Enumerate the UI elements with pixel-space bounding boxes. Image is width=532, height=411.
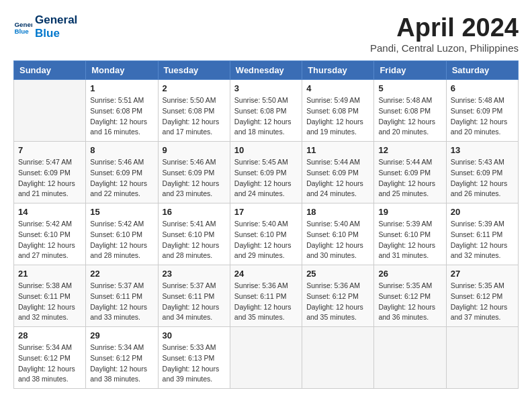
calendar-table: SundayMondayTuesdayWednesdayThursdayFrid… — [13, 60, 519, 389]
day-number: 17 — [234, 207, 298, 217]
calendar-cell — [230, 327, 302, 389]
day-info: Sunrise: 5:41 AMSunset: 6:10 PMDaylight:… — [163, 219, 226, 261]
day-number: 22 — [90, 269, 153, 279]
weekday-header: Monday — [86, 61, 158, 80]
day-number: 15 — [90, 207, 153, 217]
weekday-header: Saturday — [446, 61, 518, 80]
calendar-cell: 7Sunrise: 5:47 AMSunset: 6:09 PMDaylight… — [14, 142, 86, 203]
day-info: Sunrise: 5:35 AMSunset: 6:12 PMDaylight:… — [378, 281, 441, 323]
day-info: Sunrise: 5:34 AMSunset: 6:12 PMDaylight:… — [90, 342, 153, 385]
calendar-header: SundayMondayTuesdayWednesdayThursdayFrid… — [14, 61, 519, 80]
day-number: 26 — [378, 269, 441, 279]
calendar-cell: 1Sunrise: 5:51 AMSunset: 6:08 PMDaylight… — [86, 80, 158, 142]
day-info: Sunrise: 5:39 AMSunset: 6:11 PMDaylight:… — [451, 219, 514, 261]
day-number: 8 — [90, 145, 153, 155]
day-number: 11 — [306, 145, 369, 155]
day-number: 5 — [378, 83, 441, 93]
day-number: 30 — [163, 330, 226, 340]
day-number: 2 — [163, 83, 226, 93]
day-info: Sunrise: 5:48 AMSunset: 6:08 PMDaylight:… — [378, 95, 441, 138]
day-info: Sunrise: 5:42 AMSunset: 6:10 PMDaylight:… — [90, 219, 153, 261]
calendar-cell: 21Sunrise: 5:38 AMSunset: 6:11 PMDayligh… — [14, 265, 86, 327]
day-info: Sunrise: 5:47 AMSunset: 6:09 PMDaylight:… — [18, 157, 81, 199]
day-info: Sunrise: 5:42 AMSunset: 6:10 PMDaylight:… — [18, 219, 81, 261]
day-number: 21 — [18, 269, 81, 279]
day-number: 20 — [451, 207, 514, 217]
calendar-cell: 11Sunrise: 5:44 AMSunset: 6:09 PMDayligh… — [302, 142, 374, 203]
calendar-cell: 2Sunrise: 5:50 AMSunset: 6:08 PMDaylight… — [158, 80, 230, 142]
calendar-cell: 28Sunrise: 5:34 AMSunset: 6:12 PMDayligh… — [14, 327, 86, 389]
calendar-body: 1Sunrise: 5:51 AMSunset: 6:08 PMDaylight… — [14, 80, 519, 389]
day-number: 13 — [451, 145, 514, 155]
calendar-cell: 18Sunrise: 5:40 AMSunset: 6:10 PMDayligh… — [302, 203, 374, 265]
day-info: Sunrise: 5:33 AMSunset: 6:13 PMDaylight:… — [163, 342, 226, 385]
page-header: General Blue General Blue April 2024 Pan… — [13, 13, 519, 54]
calendar-cell: 23Sunrise: 5:37 AMSunset: 6:11 PMDayligh… — [158, 265, 230, 327]
day-info: Sunrise: 5:51 AMSunset: 6:08 PMDaylight:… — [90, 95, 153, 138]
day-info: Sunrise: 5:50 AMSunset: 6:08 PMDaylight:… — [163, 95, 226, 138]
weekday-header: Sunday — [14, 61, 86, 80]
day-info: Sunrise: 5:37 AMSunset: 6:11 PMDaylight:… — [90, 281, 153, 323]
day-info: Sunrise: 5:50 AMSunset: 6:08 PMDaylight:… — [234, 95, 298, 138]
calendar-cell: 13Sunrise: 5:43 AMSunset: 6:09 PMDayligh… — [446, 142, 518, 203]
day-info: Sunrise: 5:46 AMSunset: 6:09 PMDaylight:… — [163, 157, 226, 199]
calendar-cell: 8Sunrise: 5:46 AMSunset: 6:09 PMDaylight… — [86, 142, 158, 203]
day-number: 16 — [163, 207, 226, 217]
day-number: 1 — [90, 83, 153, 93]
day-info: Sunrise: 5:49 AMSunset: 6:08 PMDaylight:… — [306, 95, 369, 138]
day-number: 24 — [234, 269, 298, 279]
calendar-cell: 26Sunrise: 5:35 AMSunset: 6:12 PMDayligh… — [374, 265, 446, 327]
day-info: Sunrise: 5:44 AMSunset: 6:09 PMDaylight:… — [306, 157, 369, 199]
day-number: 14 — [18, 207, 81, 217]
calendar-cell: 5Sunrise: 5:48 AMSunset: 6:08 PMDaylight… — [374, 80, 446, 142]
calendar-cell: 22Sunrise: 5:37 AMSunset: 6:11 PMDayligh… — [86, 265, 158, 327]
calendar-cell: 16Sunrise: 5:41 AMSunset: 6:10 PMDayligh… — [158, 203, 230, 265]
calendar-cell: 15Sunrise: 5:42 AMSunset: 6:10 PMDayligh… — [86, 203, 158, 265]
logo-line2: Blue — [35, 27, 77, 40]
calendar-cell — [446, 327, 518, 389]
day-info: Sunrise: 5:45 AMSunset: 6:09 PMDaylight:… — [234, 157, 298, 199]
day-number: 3 — [234, 83, 298, 93]
day-number: 19 — [378, 207, 441, 217]
calendar-cell: 30Sunrise: 5:33 AMSunset: 6:13 PMDayligh… — [158, 327, 230, 389]
day-number: 7 — [18, 145, 81, 155]
weekday-header: Friday — [374, 61, 446, 80]
calendar-cell: 4Sunrise: 5:49 AMSunset: 6:08 PMDaylight… — [302, 80, 374, 142]
calendar-cell — [14, 80, 86, 142]
day-info: Sunrise: 5:48 AMSunset: 6:09 PMDaylight:… — [451, 95, 514, 138]
day-number: 10 — [234, 145, 298, 155]
day-info: Sunrise: 5:35 AMSunset: 6:12 PMDaylight:… — [451, 281, 514, 323]
calendar-cell: 14Sunrise: 5:42 AMSunset: 6:10 PMDayligh… — [14, 203, 86, 265]
calendar-cell: 29Sunrise: 5:34 AMSunset: 6:12 PMDayligh… — [86, 327, 158, 389]
calendar-cell: 9Sunrise: 5:46 AMSunset: 6:09 PMDaylight… — [158, 142, 230, 203]
calendar-cell — [302, 327, 374, 389]
logo: General Blue General Blue — [13, 13, 77, 41]
day-number: 9 — [163, 145, 226, 155]
calendar-cell: 20Sunrise: 5:39 AMSunset: 6:11 PMDayligh… — [446, 203, 518, 265]
calendar-cell: 6Sunrise: 5:48 AMSunset: 6:09 PMDaylight… — [446, 80, 518, 142]
day-info: Sunrise: 5:36 AMSunset: 6:11 PMDaylight:… — [234, 281, 298, 323]
day-number: 25 — [306, 269, 369, 279]
day-number: 6 — [451, 83, 514, 93]
day-number: 28 — [18, 330, 81, 340]
calendar-cell: 10Sunrise: 5:45 AMSunset: 6:09 PMDayligh… — [230, 142, 302, 203]
title-area: April 2024 Pandi, Central Luzon, Philipp… — [370, 13, 519, 54]
day-number: 23 — [163, 269, 226, 279]
calendar-cell: 19Sunrise: 5:39 AMSunset: 6:10 PMDayligh… — [374, 203, 446, 265]
day-info: Sunrise: 5:37 AMSunset: 6:11 PMDaylight:… — [163, 281, 226, 323]
day-info: Sunrise: 5:36 AMSunset: 6:12 PMDaylight:… — [306, 281, 369, 323]
day-number: 29 — [90, 330, 153, 340]
calendar-cell: 24Sunrise: 5:36 AMSunset: 6:11 PMDayligh… — [230, 265, 302, 327]
location-title: Pandi, Central Luzon, Philippines — [370, 42, 519, 54]
calendar-cell: 3Sunrise: 5:50 AMSunset: 6:08 PMDaylight… — [230, 80, 302, 142]
day-number: 27 — [451, 269, 514, 279]
day-info: Sunrise: 5:34 AMSunset: 6:12 PMDaylight:… — [18, 342, 81, 385]
day-info: Sunrise: 5:38 AMSunset: 6:11 PMDaylight:… — [18, 281, 81, 323]
day-number: 18 — [306, 207, 369, 217]
weekday-header: Thursday — [302, 61, 374, 80]
calendar-cell: 17Sunrise: 5:40 AMSunset: 6:10 PMDayligh… — [230, 203, 302, 265]
calendar-cell: 12Sunrise: 5:44 AMSunset: 6:09 PMDayligh… — [374, 142, 446, 203]
calendar-cell: 25Sunrise: 5:36 AMSunset: 6:12 PMDayligh… — [302, 265, 374, 327]
day-info: Sunrise: 5:43 AMSunset: 6:09 PMDaylight:… — [451, 157, 514, 199]
day-info: Sunrise: 5:44 AMSunset: 6:09 PMDaylight:… — [378, 157, 441, 199]
